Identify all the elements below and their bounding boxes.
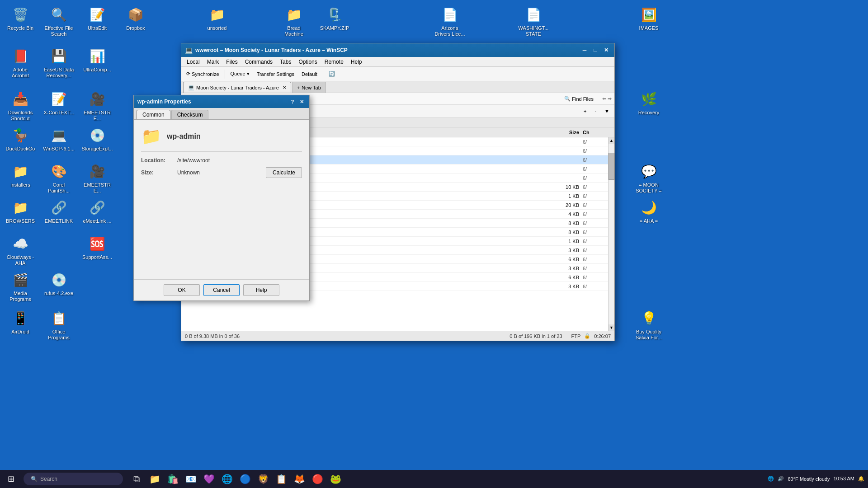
desktop-icon-rufus[interactable]: 💿 rufus-4.2.exe bbox=[41, 269, 77, 298]
menu-help[interactable]: Help bbox=[347, 58, 366, 66]
calculate-button[interactable]: Calculate bbox=[266, 167, 302, 178]
desktop-icon-duckduckgo[interactable]: 🦆 DuckDuckGo bbox=[2, 124, 38, 154]
desktop-icon-efs[interactable]: 🔍 Effective File Search bbox=[41, 4, 77, 39]
toolbar-transfer-btn[interactable]: Transfer Settings bbox=[254, 68, 297, 80]
unsorted-label: unsorted bbox=[201, 25, 233, 31]
desktop-icon-office[interactable]: 📋 Office Programs bbox=[41, 307, 77, 343]
toolbar-refresh-btn[interactable]: 🔄 bbox=[326, 68, 338, 80]
dialog-ok-button[interactable]: OK bbox=[164, 284, 200, 296]
view-options-btn[interactable]: ▼ bbox=[601, 105, 613, 117]
start-button[interactable]: ⊞ bbox=[0, 470, 22, 488]
desktop-icon-bread-machine[interactable]: 📁 Bread Machine bbox=[276, 4, 312, 39]
winscp-title-text: wwwroot – Moon Society - Lunar Traders -… bbox=[195, 47, 577, 53]
taskbar-clock[interactable]: 10:53 AM bbox=[834, 475, 854, 482]
notification-icon[interactable]: 🔔 bbox=[858, 476, 864, 482]
desktop-icon-airdroid[interactable]: 📱 AirDroid bbox=[2, 307, 38, 337]
desktop-icon-xcontext[interactable]: 📝 X-ConTEXT... bbox=[41, 88, 77, 117]
desktop-icon-adobe[interactable]: 📕 Adobe Acrobat bbox=[2, 45, 38, 80]
taskbar-app-teams[interactable]: 💜 bbox=[201, 471, 217, 487]
winscp-maximize-btn[interactable]: □ bbox=[591, 46, 600, 55]
file-row-changed: 6/ bbox=[581, 157, 608, 163]
taskbar-search[interactable]: 🔍 Search bbox=[24, 473, 123, 485]
desktop-icon-aha[interactable]: 💡 Buy Quality Salvia For... bbox=[631, 307, 667, 343]
taskbar-app-firefox[interactable]: 🦊 bbox=[291, 471, 307, 487]
col-size-header[interactable]: Size bbox=[545, 130, 581, 135]
scroll-up-btn[interactable]: ▲ bbox=[609, 137, 614, 144]
desktop-icon-skampy[interactable]: 🗜️ SKAMPY.ZIP bbox=[316, 4, 353, 33]
winscp-close-btn[interactable]: ✕ bbox=[602, 46, 611, 55]
taskbar-app-brave[interactable]: 🦁 bbox=[255, 471, 271, 487]
taskbar-app-clipboard[interactable]: 📋 bbox=[273, 471, 289, 487]
menu-local[interactable]: Local bbox=[183, 58, 203, 66]
desktop-icon-images[interactable]: 🖼️ IMAGES bbox=[631, 4, 667, 33]
desktop-icon-emeetlink2[interactable]: 🔗 eMeetLink ... bbox=[79, 197, 115, 226]
taskbar-app-store[interactable]: 🛍️ bbox=[165, 471, 181, 487]
desktop-icon-emeetlink[interactable]: 🔗 EMEETLINK bbox=[41, 197, 77, 226]
increase-size-btn[interactable]: + bbox=[580, 105, 590, 117]
menu-files[interactable]: Files bbox=[222, 58, 241, 66]
winscp-minimize-btn[interactable]: ─ bbox=[580, 46, 589, 55]
dialog-tab-checksum[interactable]: Checksum bbox=[171, 110, 209, 119]
duckduckgo-label: DuckDuckGo bbox=[4, 146, 37, 152]
taskbar-app-red[interactable]: 🔴 bbox=[309, 471, 326, 487]
decrease-size-btn[interactable]: - bbox=[591, 105, 599, 117]
efs-label: Effective File Search bbox=[42, 25, 75, 37]
desktop-icon-ultraedit[interactable]: 📝 UltraEdit bbox=[79, 4, 115, 33]
col-changed-header[interactable]: Ch bbox=[581, 130, 608, 135]
menu-tabs[interactable]: Tabs bbox=[276, 58, 295, 66]
winscp-tab-new[interactable]: + New Tab bbox=[292, 82, 326, 93]
desktop-icon-ultracomp[interactable]: 📊 UltraComp... bbox=[79, 45, 115, 75]
desktop-icon-browsers[interactable]: 📁 BROWSERS bbox=[2, 197, 38, 226]
menu-remote[interactable]: Remote bbox=[321, 58, 347, 66]
scrollbar-thumb[interactable] bbox=[609, 153, 614, 180]
desktop-icon-moon-society[interactable]: 🌙 = AHA = bbox=[631, 197, 667, 226]
desktop-icon-installers[interactable]: 📁 installers bbox=[2, 160, 38, 190]
menu-commands[interactable]: Commands bbox=[241, 58, 276, 66]
taskbar-app-edge[interactable]: 🔵 bbox=[237, 471, 253, 487]
desktop-icon-easeus[interactable]: 💾 EaseUS Data Recovery... bbox=[41, 45, 77, 80]
find-files-btn[interactable]: 🔍 Find Files bbox=[561, 93, 597, 105]
taskbar-app-chrome[interactable]: 🌐 bbox=[219, 471, 235, 487]
tab-close1[interactable]: ✕ bbox=[283, 85, 286, 90]
taskbar-app-mail[interactable]: 📧 bbox=[183, 471, 199, 487]
dialog-close-btn[interactable]: ✕ bbox=[297, 98, 306, 106]
desktop-icon-unsorted[interactable]: 📁 unsorted bbox=[199, 4, 235, 33]
desktop-icon-downloads[interactable]: 📥 Downloads Shortcut bbox=[2, 88, 38, 123]
desktop-icon-washington[interactable]: 📄 WASHINGT... STATE bbox=[515, 4, 552, 39]
taskbar-app-explorer[interactable]: 📁 bbox=[146, 471, 163, 487]
desktop-icon-emeet1[interactable]: 🎥 EMEETSTR E... bbox=[79, 88, 115, 123]
desktop-icon-slack[interactable]: 💬 = MOON SOCIETY = bbox=[631, 160, 667, 196]
desktop-icon-winscp[interactable]: 💻 WinSCP-6.1... bbox=[41, 124, 77, 154]
dialog-size-label: Size: bbox=[141, 169, 177, 176]
view-controls: + - ▼ bbox=[580, 105, 613, 117]
desktop-icon-arizona[interactable]: 📄 Arizona Drivers Lice... bbox=[432, 4, 468, 39]
dialog-help-button[interactable]: Help bbox=[243, 284, 279, 296]
taskbar-app-task-view[interactable]: ⧉ bbox=[128, 471, 145, 487]
sync-label: Synchronize bbox=[192, 71, 219, 77]
desktop-icon-corel[interactable]: 🎨 Corel PaintSh... bbox=[41, 160, 77, 196]
dialog-help-btn-title[interactable]: ? bbox=[288, 98, 297, 106]
properties-dialog: wp-admin Properties ? ✕ Common Checksum … bbox=[133, 95, 310, 301]
desktop-icon-recycle-bin[interactable]: 🗑️ Recycle Bin bbox=[2, 4, 38, 33]
desktop-icon-media[interactable]: 🎬 Media Programs bbox=[2, 269, 38, 304]
desktop-icon-emeet2[interactable]: 🎥 EMEETSTR E... bbox=[79, 160, 115, 196]
taskbar-app-green[interactable]: 🐸 bbox=[327, 471, 344, 487]
dialog-cancel-button[interactable]: Cancel bbox=[203, 284, 240, 296]
menu-mark[interactable]: Mark bbox=[203, 58, 223, 66]
file-list-scrollbar[interactable]: ▲ ▼ bbox=[608, 137, 614, 331]
search-placeholder: Search bbox=[40, 476, 57, 482]
desktop-icon-storage[interactable]: 💿 StorageExpl... bbox=[79, 124, 115, 154]
toolbar-default-btn[interactable]: Default bbox=[298, 68, 321, 80]
dialog-tab-common[interactable]: Common bbox=[137, 110, 170, 119]
desktop-icon-cloudways[interactable]: ☁️ Cloudways - AHA bbox=[2, 233, 38, 268]
winscp-tab-moon-society[interactable]: 💻 Moon Society - Lunar Traders - Azure ✕ bbox=[183, 82, 291, 93]
desktop-icon-supportass[interactable]: 🆘 SupportAss... bbox=[79, 233, 115, 262]
desktop-icon-buy-quality[interactable]: 🌿 Recovery bbox=[631, 88, 667, 117]
tab-icon1: 💻 bbox=[188, 84, 194, 90]
winscp-menubar: Local Mark Files Commands Tabs Options R… bbox=[181, 57, 614, 67]
menu-options[interactable]: Options bbox=[295, 58, 321, 66]
toolbar-queue-btn[interactable]: Queue ▾ bbox=[227, 68, 253, 80]
toolbar-sync-btn[interactable]: ⟳ Synchronize bbox=[183, 68, 222, 80]
desktop-icon-dropbox[interactable]: 📦 Dropbox bbox=[118, 4, 154, 33]
scroll-down-btn[interactable]: ▼ bbox=[609, 324, 614, 331]
